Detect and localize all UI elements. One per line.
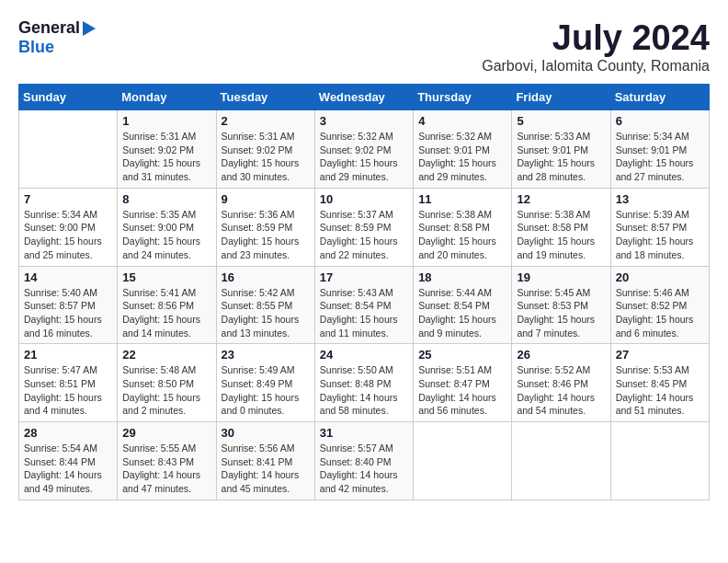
calendar-cell: 5Sunrise: 5:33 AM Sunset: 9:01 PM Daylig… <box>512 110 610 189</box>
header-sunday: Sunday <box>19 85 118 110</box>
day-info: Sunrise: 5:38 AM Sunset: 8:58 PM Dayligh… <box>418 208 506 262</box>
calendar-cell: 7Sunrise: 5:34 AM Sunset: 9:00 PM Daylig… <box>19 188 118 266</box>
logo-triangle-icon <box>83 21 96 36</box>
day-number: 6 <box>616 114 704 128</box>
day-info: Sunrise: 5:31 AM Sunset: 9:02 PM Dayligh… <box>122 130 210 184</box>
calendar-cell: 31Sunrise: 5:57 AM Sunset: 8:40 PM Dayli… <box>314 422 413 500</box>
day-info: Sunrise: 5:53 AM Sunset: 8:45 PM Dayligh… <box>616 363 704 418</box>
day-info: Sunrise: 5:57 AM Sunset: 8:40 PM Dayligh… <box>320 442 408 496</box>
day-info: Sunrise: 5:41 AM Sunset: 8:56 PM Dayligh… <box>122 286 210 340</box>
title-section: July 2024 Garbovi, Ialomita County, Roma… <box>482 18 710 75</box>
calendar-cell: 28Sunrise: 5:54 AM Sunset: 8:44 PM Dayli… <box>19 422 118 500</box>
day-number: 10 <box>320 192 408 206</box>
day-info: Sunrise: 5:32 AM Sunset: 9:02 PM Dayligh… <box>320 130 408 184</box>
logo-blue: Blue <box>18 38 54 57</box>
calendar-header-row: SundayMondayTuesdayWednesdayThursdayFrid… <box>19 85 710 110</box>
calendar-title: July 2024 <box>482 18 710 58</box>
day-number: 30 <box>222 426 310 440</box>
day-number: 7 <box>24 192 112 206</box>
day-number: 28 <box>24 426 112 440</box>
calendar-subtitle: Garbovi, Ialomita County, Romania <box>482 58 710 75</box>
calendar-cell: 14Sunrise: 5:40 AM Sunset: 8:57 PM Dayli… <box>19 266 118 344</box>
day-number: 17 <box>320 270 408 284</box>
day-number: 27 <box>616 348 704 362</box>
day-info: Sunrise: 5:52 AM Sunset: 8:46 PM Dayligh… <box>517 363 605 418</box>
calendar-cell: 9Sunrise: 5:36 AM Sunset: 8:59 PM Daylig… <box>216 188 314 266</box>
header-thursday: Thursday <box>414 85 512 110</box>
day-number: 24 <box>320 348 408 362</box>
calendar-cell: 26Sunrise: 5:52 AM Sunset: 8:46 PM Dayli… <box>512 344 610 422</box>
day-info: Sunrise: 5:45 AM Sunset: 8:53 PM Dayligh… <box>517 286 605 340</box>
day-info: Sunrise: 5:40 AM Sunset: 8:57 PM Dayligh… <box>24 286 112 340</box>
day-info: Sunrise: 5:50 AM Sunset: 8:48 PM Dayligh… <box>320 363 408 418</box>
calendar-cell: 17Sunrise: 5:43 AM Sunset: 8:54 PM Dayli… <box>314 266 413 344</box>
day-number: 21 <box>24 348 112 362</box>
day-number: 3 <box>320 114 408 128</box>
calendar-cell <box>19 110 118 189</box>
day-number: 5 <box>517 114 605 128</box>
calendar-cell: 20Sunrise: 5:46 AM Sunset: 8:52 PM Dayli… <box>610 266 709 344</box>
calendar-cell: 8Sunrise: 5:35 AM Sunset: 9:00 PM Daylig… <box>118 188 216 266</box>
day-number: 12 <box>517 192 605 206</box>
day-info: Sunrise: 5:54 AM Sunset: 8:44 PM Dayligh… <box>24 442 112 496</box>
calendar-cell: 4Sunrise: 5:32 AM Sunset: 9:01 PM Daylig… <box>414 110 512 189</box>
day-number: 19 <box>517 270 605 284</box>
day-info: Sunrise: 5:43 AM Sunset: 8:54 PM Dayligh… <box>320 286 408 340</box>
calendar-cell: 3Sunrise: 5:32 AM Sunset: 9:02 PM Daylig… <box>314 110 413 189</box>
calendar-cell: 16Sunrise: 5:42 AM Sunset: 8:55 PM Dayli… <box>216 266 314 344</box>
calendar-week-3: 14Sunrise: 5:40 AM Sunset: 8:57 PM Dayli… <box>19 266 710 344</box>
day-info: Sunrise: 5:34 AM Sunset: 9:01 PM Dayligh… <box>616 130 704 184</box>
day-number: 16 <box>222 270 310 284</box>
day-info: Sunrise: 5:38 AM Sunset: 8:58 PM Dayligh… <box>517 208 605 262</box>
page-header: General Blue July 2024 Garbovi, Ialomita… <box>18 18 710 75</box>
day-info: Sunrise: 5:55 AM Sunset: 8:43 PM Dayligh… <box>122 442 210 496</box>
calendar-cell: 11Sunrise: 5:38 AM Sunset: 8:58 PM Dayli… <box>414 188 512 266</box>
day-info: Sunrise: 5:47 AM Sunset: 8:51 PM Dayligh… <box>24 363 112 418</box>
day-number: 15 <box>122 270 210 284</box>
day-info: Sunrise: 5:35 AM Sunset: 9:00 PM Dayligh… <box>122 208 210 262</box>
calendar-cell: 27Sunrise: 5:53 AM Sunset: 8:45 PM Dayli… <box>610 344 709 422</box>
calendar-week-2: 7Sunrise: 5:34 AM Sunset: 9:00 PM Daylig… <box>19 188 710 266</box>
day-number: 4 <box>418 114 506 128</box>
calendar-cell: 18Sunrise: 5:44 AM Sunset: 8:54 PM Dayli… <box>414 266 512 344</box>
calendar-week-5: 28Sunrise: 5:54 AM Sunset: 8:44 PM Dayli… <box>19 422 710 500</box>
calendar-cell: 6Sunrise: 5:34 AM Sunset: 9:01 PM Daylig… <box>610 110 709 189</box>
day-info: Sunrise: 5:51 AM Sunset: 8:47 PM Dayligh… <box>418 363 506 418</box>
day-number: 13 <box>616 192 704 206</box>
calendar-week-4: 21Sunrise: 5:47 AM Sunset: 8:51 PM Dayli… <box>19 344 710 422</box>
calendar-cell: 13Sunrise: 5:39 AM Sunset: 8:57 PM Dayli… <box>610 188 709 266</box>
day-info: Sunrise: 5:39 AM Sunset: 8:57 PM Dayligh… <box>616 208 704 262</box>
calendar-cell: 25Sunrise: 5:51 AM Sunset: 8:47 PM Dayli… <box>414 344 512 422</box>
calendar-cell: 24Sunrise: 5:50 AM Sunset: 8:48 PM Dayli… <box>314 344 413 422</box>
day-number: 8 <box>122 192 210 206</box>
day-info: Sunrise: 5:31 AM Sunset: 9:02 PM Dayligh… <box>222 130 310 184</box>
day-info: Sunrise: 5:32 AM Sunset: 9:01 PM Dayligh… <box>418 130 506 184</box>
day-number: 11 <box>418 192 506 206</box>
header-saturday: Saturday <box>610 85 709 110</box>
day-number: 1 <box>122 114 210 128</box>
day-number: 23 <box>222 348 310 362</box>
day-number: 14 <box>24 270 112 284</box>
calendar-week-1: 1Sunrise: 5:31 AM Sunset: 9:02 PM Daylig… <box>19 110 710 189</box>
logo: General Blue <box>18 18 97 57</box>
day-info: Sunrise: 5:34 AM Sunset: 9:00 PM Dayligh… <box>24 208 112 262</box>
calendar-cell: 21Sunrise: 5:47 AM Sunset: 8:51 PM Dayli… <box>19 344 118 422</box>
calendar-cell: 29Sunrise: 5:55 AM Sunset: 8:43 PM Dayli… <box>118 422 216 500</box>
logo-general: General <box>18 18 80 38</box>
day-info: Sunrise: 5:36 AM Sunset: 8:59 PM Dayligh… <box>222 208 310 262</box>
header-friday: Friday <box>512 85 610 110</box>
day-number: 29 <box>122 426 210 440</box>
calendar-cell: 12Sunrise: 5:38 AM Sunset: 8:58 PM Dayli… <box>512 188 610 266</box>
day-info: Sunrise: 5:56 AM Sunset: 8:41 PM Dayligh… <box>222 442 310 496</box>
calendar-table: SundayMondayTuesdayWednesdayThursdayFrid… <box>18 84 710 500</box>
calendar-cell: 15Sunrise: 5:41 AM Sunset: 8:56 PM Dayli… <box>118 266 216 344</box>
day-info: Sunrise: 5:33 AM Sunset: 9:01 PM Dayligh… <box>517 130 605 184</box>
day-number: 31 <box>320 426 408 440</box>
calendar-cell: 22Sunrise: 5:48 AM Sunset: 8:50 PM Dayli… <box>118 344 216 422</box>
day-number: 9 <box>222 192 310 206</box>
calendar-cell: 10Sunrise: 5:37 AM Sunset: 8:59 PM Dayli… <box>314 188 413 266</box>
day-number: 18 <box>418 270 506 284</box>
day-number: 25 <box>418 348 506 362</box>
header-monday: Monday <box>118 85 216 110</box>
day-number: 22 <box>122 348 210 362</box>
